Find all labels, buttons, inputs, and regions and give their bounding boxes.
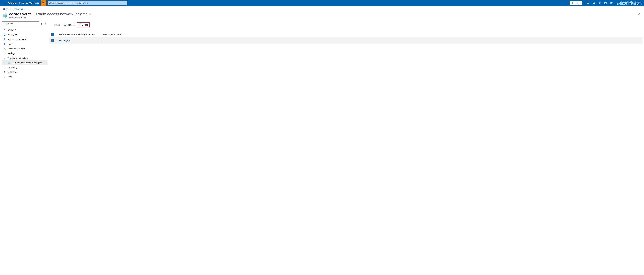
- more-button[interactable]: [93, 14, 96, 15]
- sidebar-item-help[interactable]: Help: [2, 74, 48, 79]
- close-icon: [638, 13, 640, 15]
- sidebar-item-label: Overview: [8, 29, 16, 31]
- sidebar-item-tags[interactable]: Tags: [2, 42, 48, 46]
- create-button: Create: [49, 23, 62, 27]
- sidebar-search-input[interactable]: [6, 22, 38, 25]
- sidebar-item-physical-infrastructure[interactable]: Physical infrastructure: [2, 56, 48, 60]
- svg-point-14: [4, 29, 5, 29]
- chevron-down-icon: ▼: [40, 24, 42, 25]
- sidebar-item-automation[interactable]: Automation: [2, 70, 48, 74]
- more-icon: [93, 14, 96, 15]
- chevron-right-icon: [4, 76, 5, 78]
- top-icons: [585, 0, 614, 6]
- svg-point-11: [94, 14, 94, 14]
- settings-button[interactable]: [597, 0, 602, 6]
- close-button[interactable]: [637, 12, 641, 16]
- sidebar-item-label: Activity log: [8, 33, 18, 36]
- global-search-input[interactable]: [51, 2, 126, 4]
- sidebar-item-iam[interactable]: Access control (IAM): [2, 37, 48, 42]
- sidebar: ▲ ▼ Overview Activity log Access control…: [0, 21, 48, 79]
- brand-label[interactable]: Contoso, Ltd. Azure (Preview): [7, 2, 40, 4]
- feedback-button[interactable]: [608, 0, 614, 6]
- user-tenant: CONTOSO, LTD. (CONTOSO, LTD.....: [616, 3, 642, 5]
- sidebar-search[interactable]: [2, 21, 39, 26]
- chevron-double-left-icon: [44, 23, 46, 25]
- sidebar-item-label: Tags: [8, 43, 12, 45]
- page-header: contoso-site | Radio access network insi…: [0, 11, 644, 21]
- sidebar-item-activity-log[interactable]: Activity log: [2, 32, 48, 37]
- sidebar-item-label: Monitoring: [8, 66, 17, 69]
- resource-type: Mobile Network Site: [9, 17, 96, 19]
- help-icon: [604, 2, 607, 4]
- breadcrumb-home[interactable]: Home: [3, 8, 9, 10]
- sidebar-item-overview[interactable]: Overview: [2, 27, 48, 32]
- select-all-checkbox[interactable]: [51, 33, 54, 36]
- delete-button[interactable]: Delete: [77, 22, 90, 27]
- row-checkbox[interactable]: [51, 39, 54, 42]
- chevron-down-icon: [4, 57, 6, 59]
- sidebar-item-settings[interactable]: Settings: [2, 51, 48, 56]
- sidebar-item-monitoring[interactable]: Monitoring: [2, 65, 48, 70]
- favorite-button[interactable]: [89, 13, 92, 15]
- copilot-button[interactable]: Copilot: [570, 1, 582, 5]
- svg-point-19: [4, 43, 4, 44]
- sidebar-item-label: Radio access network insights: [12, 61, 42, 64]
- svg-rect-16: [4, 34, 5, 35]
- grid-header: Radio access network insights name Acces…: [49, 31, 642, 37]
- topbar: Contoso, Ltd. Azure (Preview) Copilot ch: [0, 0, 644, 6]
- notifications-button[interactable]: [591, 0, 597, 6]
- bug-icon: [42, 1, 45, 4]
- copilot-label: Copilot: [574, 2, 580, 4]
- tag-icon: [3, 43, 6, 45]
- svg-point-20: [4, 48, 5, 48]
- check-icon: [52, 40, 54, 41]
- log-icon: [4, 33, 6, 36]
- global-search[interactable]: [48, 1, 127, 5]
- sidebar-item-label: Settings: [8, 52, 15, 54]
- global-search-wrap: [46, 1, 128, 5]
- sidebar-item-label: Access control (IAM): [8, 38, 26, 40]
- cloud-shell-button[interactable]: [585, 0, 591, 6]
- menu-toggle[interactable]: [0, 0, 7, 6]
- user-email: chrisqpublic@contoso.c...: [616, 1, 642, 3]
- trash-icon: [78, 23, 81, 26]
- hamburger-icon: [2, 2, 5, 4]
- copilot-icon: [572, 2, 574, 4]
- report-bug-button[interactable]: [40, 0, 46, 6]
- cloud-shell-icon: [587, 2, 589, 4]
- help-button[interactable]: [602, 0, 608, 6]
- sidebar-item-label: Help: [8, 76, 12, 78]
- refresh-icon: [64, 23, 66, 26]
- table-row[interactable]: RANInsights1 4: [49, 37, 642, 44]
- svg-point-18: [5, 39, 6, 39]
- svg-point-10: [93, 14, 94, 14]
- sidebar-item-label: Physical infrastructure: [8, 57, 28, 59]
- sidebar-item-label: Automation: [8, 71, 18, 73]
- visualizer-icon: [3, 47, 6, 50]
- sidebar-item-label: Resource visualizer: [8, 47, 26, 50]
- page-subtitle: Radio access network insights: [36, 12, 88, 16]
- column-header-count[interactable]: Access point count: [102, 33, 642, 35]
- resource-icon: [3, 13, 8, 18]
- breadcrumb-current[interactable]: contoso-site: [13, 8, 24, 10]
- people-icon: [3, 38, 6, 40]
- page-title: contoso-site: [9, 12, 32, 16]
- refresh-button[interactable]: Refresh: [62, 23, 76, 27]
- create-label: Create: [54, 24, 60, 26]
- sidebar-item-ran-insights[interactable]: Radio access network insights: [2, 60, 48, 65]
- collapse-sidebar-button[interactable]: [44, 23, 46, 25]
- svg-point-3: [599, 3, 600, 3]
- body: ▲ ▼ Overview Activity log Access control…: [0, 21, 644, 79]
- row-name-link[interactable]: RANInsights1: [59, 39, 71, 42]
- user-menu[interactable]: chrisqpublic@contoso.c... CONTOSO, LTD. …: [614, 1, 644, 5]
- search-icon: [3, 23, 6, 25]
- grid: Radio access network insights name Acces…: [49, 31, 642, 44]
- search-icon: [49, 2, 51, 4]
- star-icon: [89, 13, 92, 15]
- sort-toggle[interactable]: ▲ ▼: [40, 23, 42, 25]
- chevron-right-icon: [4, 71, 5, 73]
- refresh-label: Refresh: [68, 24, 75, 26]
- bell-icon: [593, 2, 595, 4]
- column-header-name[interactable]: Radio access network insights name: [59, 33, 102, 35]
- sidebar-item-resource-visualizer[interactable]: Resource visualizer: [2, 46, 48, 51]
